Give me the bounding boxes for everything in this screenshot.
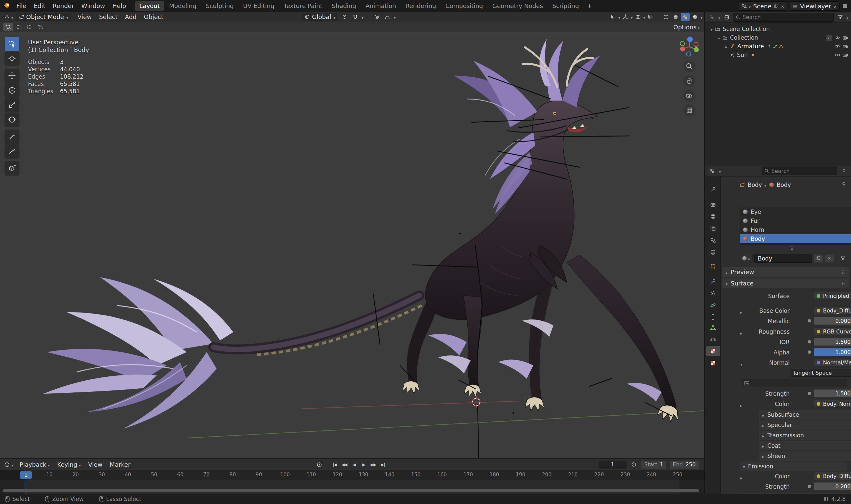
workspace-tab-texture-paint[interactable]: Texture Paint: [279, 1, 327, 11]
alpha-slider[interactable]: 1.000: [814, 348, 851, 356]
editor-type-button[interactable]: [3, 13, 11, 21]
menu-keying[interactable]: Keying: [53, 461, 84, 469]
disclosure-icon[interactable]: [716, 34, 722, 41]
normal-link[interactable]: Normal/Map: [814, 358, 851, 366]
tool-options-dropdown[interactable]: Options: [673, 24, 700, 31]
base-color-link[interactable]: Body_Diffuse: [814, 306, 851, 314]
breadcrumb-material[interactable]: Body: [777, 182, 791, 188]
menu-file[interactable]: File: [13, 1, 30, 10]
ior-slider[interactable]: 1.500: [814, 338, 851, 346]
normal-space-dropdown[interactable]: Tangent Space: [790, 369, 851, 377]
menu-select[interactable]: Select: [95, 13, 121, 21]
tab-material[interactable]: [706, 346, 720, 356]
disclosure-icon[interactable]: [723, 43, 730, 50]
tab-physics[interactable]: [706, 300, 720, 310]
navigation-gizmo[interactable]: [678, 36, 700, 58]
tool-annotate[interactable]: [5, 130, 19, 144]
play-reverse-button[interactable]: ◀: [350, 461, 358, 469]
snap-magnet-icon[interactable]: [351, 13, 360, 21]
overlays-icon[interactable]: [634, 13, 642, 21]
normal-color-link[interactable]: Body_Normal: [814, 400, 851, 408]
falloff-caret[interactable]: [394, 13, 396, 20]
slot-list-grip[interactable]: [790, 245, 794, 252]
properties-pin-icon[interactable]: [840, 167, 848, 175]
falloff-icon[interactable]: [383, 13, 392, 21]
copy-material-button[interactable]: [814, 254, 823, 263]
shading-wireframe-icon[interactable]: [662, 13, 670, 21]
next-keyframe-button[interactable]: ▶▶: [369, 461, 378, 469]
material-filter-icon[interactable]: [838, 254, 847, 263]
tab-texture[interactable]: [706, 358, 720, 368]
subpanel-header[interactable]: Transmission: [759, 431, 851, 440]
pin-id-icon[interactable]: [841, 181, 846, 188]
viewlayer-name[interactable]: ViewLayer: [800, 3, 831, 10]
pan-hand-button[interactable]: [683, 75, 695, 87]
menu-marker[interactable]: Marker: [106, 461, 134, 469]
subpanel-header[interactable]: Sheen: [759, 451, 851, 461]
viewlayer-add-icon[interactable]: [842, 3, 848, 9]
tool-move[interactable]: [5, 69, 19, 83]
tab-scene[interactable]: [706, 235, 720, 245]
outliner-editor-icon[interactable]: [708, 13, 716, 21]
slot-fur[interactable]: Fur: [740, 216, 851, 225]
emission-color-link[interactable]: Body_Diffuse: [814, 472, 851, 480]
keying-set-clock-icon[interactable]: [630, 461, 638, 469]
tab-shape-data[interactable]: [706, 334, 720, 344]
menu-playback[interactable]: Playback: [16, 461, 54, 469]
hide-viewport-eye-icon[interactable]: [834, 44, 840, 49]
add-workspace-button[interactable]: +: [584, 1, 595, 10]
tab-view-layer[interactable]: [706, 223, 720, 233]
panel-surface[interactable]: Surface: [722, 278, 849, 288]
proportional-edit-icon[interactable]: [372, 13, 381, 21]
viewlayer-selector[interactable]: ViewLayer: [790, 1, 840, 11]
panel-divider[interactable]: [704, 12, 705, 494]
timeline-scrollbar[interactable]: [3, 489, 699, 492]
outliner-display-mode-icon[interactable]: [722, 13, 731, 21]
collection-checkbox[interactable]: [826, 35, 832, 41]
select-mode-new-icon[interactable]: [3, 23, 13, 31]
unlink-scene-icon[interactable]: [781, 3, 784, 10]
workspace-tab-shading[interactable]: Shading: [327, 1, 360, 11]
subpanel-emission[interactable]: Emission: [740, 462, 847, 471]
workspace-tab-animation[interactable]: Animation: [361, 1, 400, 11]
breadcrumb-object[interactable]: Body: [748, 182, 762, 188]
overlays-caret[interactable]: [643, 13, 645, 20]
remove-viewlayer-icon[interactable]: [833, 3, 837, 10]
workspace-tab-rendering[interactable]: Rendering: [401, 1, 440, 11]
viewport-3d[interactable]: User Perspective (1) Collection | Body O…: [0, 32, 704, 458]
slot-body[interactable]: Body: [740, 234, 851, 243]
start-frame-field[interactable]: Start1: [641, 461, 667, 469]
playhead-badge[interactable]: 1: [20, 471, 32, 479]
tab-object[interactable]: [706, 261, 720, 271]
menu-help[interactable]: Help: [109, 1, 130, 10]
slot-eye[interactable]: Eye: [740, 207, 851, 216]
workspace-tab-uv-editing[interactable]: UV Editing: [239, 1, 279, 11]
workspace-tab-geometry-nodes[interactable]: Geometry Nodes: [488, 1, 547, 11]
orientation-dropdown[interactable]: Global: [302, 13, 338, 21]
select-mode-subtract-icon[interactable]: [25, 23, 35, 31]
disable-render-camera-icon[interactable]: [843, 35, 848, 40]
tab-render[interactable]: [706, 200, 720, 210]
panel-preview[interactable]: Preview: [722, 267, 849, 277]
shading-solid-icon[interactable]: [671, 13, 680, 21]
select-mode-extend-icon[interactable]: [14, 23, 24, 31]
zoom-button[interactable]: [683, 60, 695, 72]
jump-to-start-button[interactable]: |◀: [330, 461, 339, 469]
outliner-row-sun[interactable]: Sun: [705, 51, 851, 59]
tool-rotate[interactable]: [5, 83, 19, 97]
properties-search-input[interactable]: Search: [762, 166, 837, 175]
tab-object-data[interactable]: [706, 323, 720, 333]
menu-tl-view[interactable]: View: [84, 461, 106, 469]
tab-constraints[interactable]: [706, 312, 720, 322]
surface-shader-button[interactable]: Principled BSDF: [814, 292, 851, 300]
object-visibility-icon[interactable]: [609, 13, 617, 21]
workspace-tab-layout[interactable]: Layout: [135, 1, 164, 11]
menu-object[interactable]: Object: [140, 13, 167, 21]
workspace-tab-sculpting[interactable]: Sculpting: [201, 1, 238, 11]
tab-modifiers[interactable]: [706, 276, 720, 287]
disable-render-camera-icon[interactable]: [843, 53, 848, 57]
outliner-row-scene-collection[interactable]: Scene Collection: [705, 25, 851, 33]
workspace-tab-modeling[interactable]: Modeling: [165, 1, 201, 11]
ortho-toggle-button[interactable]: [683, 104, 695, 116]
outliner-row-collection[interactable]: Collection: [705, 33, 851, 42]
